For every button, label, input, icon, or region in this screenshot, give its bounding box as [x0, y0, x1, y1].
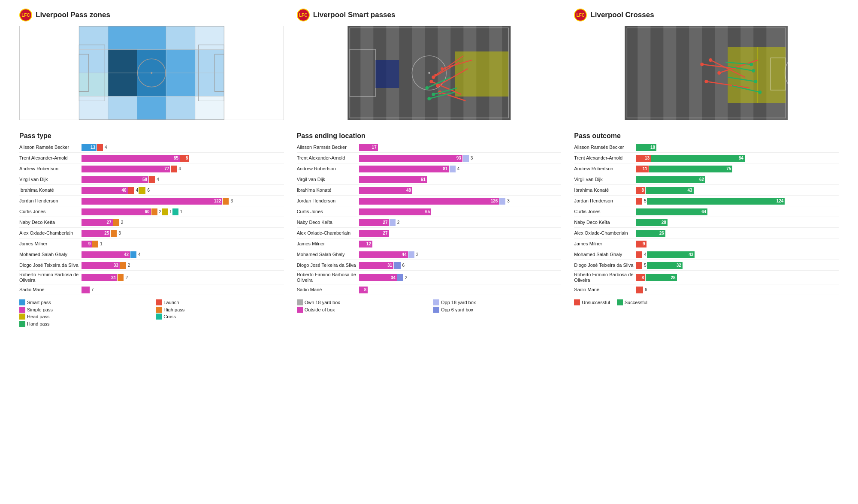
legend-opp6: Opp 6 yard box	[433, 307, 561, 313]
legend-col-3: Head pass Hand pass	[19, 314, 147, 327]
bars-group: 584	[82, 176, 284, 183]
bar-segment: 32	[647, 262, 683, 269]
player-label: Mohamed Salah Ghaly	[574, 252, 636, 257]
bars-group: 532	[636, 262, 839, 269]
bar-segment: 61	[359, 176, 427, 183]
bar-row: Ibrahima Konaté843	[574, 186, 839, 196]
player-label: Jordan Henderson	[297, 198, 359, 204]
legend-box-launch	[156, 299, 162, 305]
bar-segment	[92, 241, 98, 247]
bar-segment	[397, 274, 403, 281]
bar-row: Virgil van Dijk584	[19, 175, 284, 185]
bar-row: Jordan Henderson1263	[297, 197, 562, 206]
bars-group: 843	[636, 187, 839, 194]
player-label: Roberto Firmino Barbosa de Oliveira	[574, 272, 636, 283]
legend-head: Head pass	[19, 314, 147, 320]
svg-rect-68	[651, 26, 664, 120]
svg-rect-12	[137, 73, 166, 97]
svg-rect-8	[166, 50, 195, 73]
svg-point-59	[432, 93, 435, 96]
legend-hand: Hand pass	[19, 321, 147, 327]
legend-label-hand: Hand pass	[27, 321, 50, 326]
bar-segment: 44	[359, 251, 408, 258]
bars-group: 64	[636, 208, 839, 215]
svg-point-84	[705, 80, 708, 83]
legend-box-opp6	[433, 307, 439, 313]
legend-smart: Smart pass	[19, 299, 147, 305]
legend-box-succ	[617, 299, 623, 305]
crosses-pitch-container	[574, 26, 839, 124]
bar-segment: 8	[359, 287, 368, 293]
bar-segment: 28	[646, 274, 677, 281]
player-label: Diogo José Teixeira da Silva	[574, 263, 636, 268]
svg-rect-47	[375, 60, 399, 88]
svg-point-61	[427, 97, 431, 100]
bar-value: 7	[91, 287, 94, 292]
player-label: Trent Alexander-Arnold	[297, 155, 359, 161]
bars-group: 272	[82, 219, 284, 226]
player-label: Naby Deco Keïta	[19, 220, 82, 225]
legend-box-head	[19, 314, 25, 320]
player-label: Naby Deco Keïta	[297, 220, 359, 225]
bar-segment: 17	[359, 144, 378, 151]
bar-segment	[120, 262, 126, 269]
bar-row: Andrew Robertson1175	[574, 165, 839, 174]
bar-row: Jordan Henderson1223	[19, 197, 284, 206]
panel-1-title: LFC Liverpool Pass zones	[19, 9, 284, 21]
bar-value: 1	[100, 241, 103, 246]
legend-box-out	[297, 307, 303, 313]
bar-segment: 18	[636, 144, 656, 151]
bars-group: 5124	[636, 198, 839, 205]
bar-segment: 34	[359, 274, 397, 281]
bar-segment	[408, 251, 414, 258]
lfc-badge-3: LFC	[574, 9, 587, 21]
pass-zones-pitch-container	[19, 26, 284, 124]
bar-row: Roberto Firmino Barbosa de Oliveira312	[19, 272, 284, 284]
legend-label-own18: Own 18 yard box	[305, 300, 340, 305]
svg-rect-9	[195, 50, 224, 73]
bar-row: Curtis Jones65	[297, 208, 562, 217]
bars-group: 858	[82, 155, 284, 162]
player-label: Diogo José Teixeira da Silva	[19, 263, 82, 268]
bar-row: Diogo José Teixeira da Silva316	[297, 261, 562, 271]
svg-rect-16	[108, 97, 137, 120]
player-label: Andrew Robertson	[574, 166, 636, 172]
bar-segment: 31	[359, 262, 393, 269]
bar-row: Andrew Robertson774	[19, 165, 284, 174]
bar-row: Trent Alexander-Arnold933	[297, 154, 562, 163]
bars-group: 4046	[82, 187, 284, 194]
lfc-badge-2: LFC	[297, 9, 310, 21]
bar-value: 1	[180, 209, 183, 214]
panel-2-title-text: Liverpool Smart passes	[313, 11, 396, 19]
bar-value: 2	[125, 275, 128, 280]
bar-segment: 8	[636, 274, 645, 281]
bar-row: Virgil van Dijk62	[574, 175, 839, 185]
svg-rect-4	[195, 26, 224, 50]
bar-segment: 93	[359, 155, 462, 162]
pass-zones-pitch	[19, 26, 284, 120]
bars-group: 28	[636, 219, 839, 226]
svg-rect-2	[137, 26, 166, 50]
bar-segment	[636, 287, 643, 293]
player-label: Alex Oxlade-Chamberlain	[19, 230, 82, 236]
bars-group: 424	[82, 251, 284, 258]
legend-label-simple: Simple pass	[27, 307, 53, 312]
bar-segment: 26	[636, 230, 665, 237]
bar-row: Mohamed Salah Ghaly424	[19, 250, 284, 260]
bars-group: 814	[359, 166, 562, 172]
legend-col-4: Cross	[156, 314, 284, 327]
bar-segment: 77	[82, 166, 170, 172]
bar-segment: 62	[636, 176, 705, 183]
bar-segment: 27	[82, 219, 113, 226]
pass-type-bars: Alisson Ramsés Becker134Trent Alexander-…	[19, 143, 284, 295]
bar-row: Andrew Robertson814	[297, 165, 562, 174]
svg-rect-11	[108, 73, 137, 97]
player-label: James Milner	[19, 241, 82, 247]
svg-rect-0	[79, 26, 108, 50]
bar-row: Trent Alexander-Arnold1384	[574, 154, 839, 163]
svg-rect-46	[455, 51, 508, 97]
bar-value: 2	[397, 220, 400, 225]
bar-segment	[113, 219, 119, 226]
player-label: James Milner	[297, 241, 359, 247]
player-label: Sadio Mané	[297, 287, 359, 293]
